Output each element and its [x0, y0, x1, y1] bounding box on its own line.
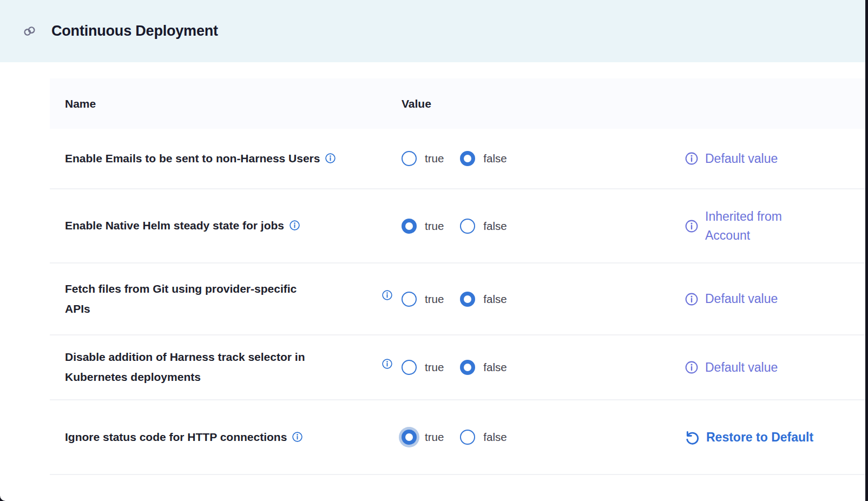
status-label: Restore to Default [706, 428, 813, 447]
table-row: Enable Emails to be sent to non-Harness … [50, 129, 865, 189]
column-header-value: Value [402, 97, 685, 110]
setting-value-cell: true false [382, 219, 685, 234]
setting-name-cell: Fetch files from Git using provider-spec… [65, 279, 382, 319]
setting-name-cell: Enable Emails to be sent to non-Harness … [65, 149, 382, 169]
setting-name-cell: Enable Native Helm steady state for jobs [65, 216, 382, 236]
radio-true[interactable] [402, 151, 417, 166]
info-icon[interactable] [382, 358, 393, 370]
settings-card: Continuous Deployment Name Value Enable … [0, 0, 865, 501]
radio-true[interactable] [402, 219, 417, 234]
radio-true-label[interactable]: true [425, 220, 444, 233]
status-label: Default value [705, 289, 778, 308]
setting-value-cell: true false [382, 430, 685, 445]
radio-false-label[interactable]: false [483, 220, 507, 233]
radio-true[interactable] [402, 360, 417, 375]
table-row: Ignore status code for HTTP connections … [50, 400, 865, 475]
section-header: Continuous Deployment [0, 0, 865, 62]
radio-false-label[interactable]: false [483, 152, 507, 165]
status-cell[interactable]: Restore to Default [685, 428, 865, 447]
setting-name: Enable Emails to be sent to non-Harness … [65, 152, 320, 164]
setting-name: Enable Native Helm steady state for jobs [65, 219, 284, 232]
status-label: Default value [705, 358, 778, 377]
status-cell: Default value [685, 149, 865, 168]
table-row: Fetch files from Git using provider-spec… [50, 263, 865, 335]
link-icon[interactable] [22, 24, 37, 38]
status-cell: Default value [685, 358, 865, 377]
table-row: Enable Native Helm steady state for jobs… [50, 189, 865, 263]
page-title: Continuous Deployment [51, 23, 218, 39]
status-info-icon[interactable] [685, 292, 699, 306]
setting-name-cell: Disable addition of Harness track select… [65, 347, 382, 387]
status-label: Inherited from Account [705, 207, 816, 245]
radio-true[interactable] [402, 430, 417, 445]
radio-true-label[interactable]: true [425, 361, 444, 374]
setting-name: Fetch files from Git using provider-spec… [65, 282, 297, 315]
column-header-name: Name [65, 97, 382, 110]
status-cell: Inherited from Account [685, 207, 865, 245]
radio-false[interactable] [460, 430, 475, 445]
table-row: Disable addition of Harness track select… [50, 335, 865, 400]
status-cell: Default value [685, 289, 865, 308]
radio-true-label[interactable]: true [425, 431, 444, 444]
setting-value-cell: true false [382, 292, 685, 307]
status-info-icon[interactable] [685, 151, 699, 166]
status-label: Default value [705, 149, 778, 168]
setting-name-cell: Ignore status code for HTTP connections [65, 427, 382, 447]
radio-false[interactable] [460, 292, 475, 307]
radio-true-label[interactable]: true [425, 293, 444, 306]
table-header-row: Name Value [50, 78, 865, 129]
info-icon[interactable] [292, 431, 303, 443]
radio-false-label[interactable]: false [483, 361, 507, 374]
restore-icon[interactable] [685, 430, 700, 445]
setting-name: Disable addition of Harness track select… [65, 351, 305, 383]
status-info-icon[interactable] [685, 360, 699, 374]
radio-false[interactable] [460, 151, 475, 166]
setting-value-cell: true false [382, 360, 685, 375]
info-icon[interactable] [382, 289, 393, 301]
setting-name: Ignore status code for HTTP connections [65, 431, 287, 443]
status-info-icon[interactable] [685, 219, 699, 233]
settings-table: Name Value Enable Emails to be sent to n… [50, 78, 865, 475]
radio-true[interactable] [402, 292, 417, 307]
setting-value-cell: true false [382, 151, 685, 166]
info-icon[interactable] [289, 220, 300, 231]
radio-false-label[interactable]: false [483, 431, 507, 444]
radio-false-label[interactable]: false [483, 293, 507, 306]
info-icon[interactable] [325, 153, 336, 164]
radio-false[interactable] [460, 219, 475, 234]
radio-false[interactable] [460, 360, 475, 375]
radio-true-label[interactable]: true [425, 152, 444, 165]
